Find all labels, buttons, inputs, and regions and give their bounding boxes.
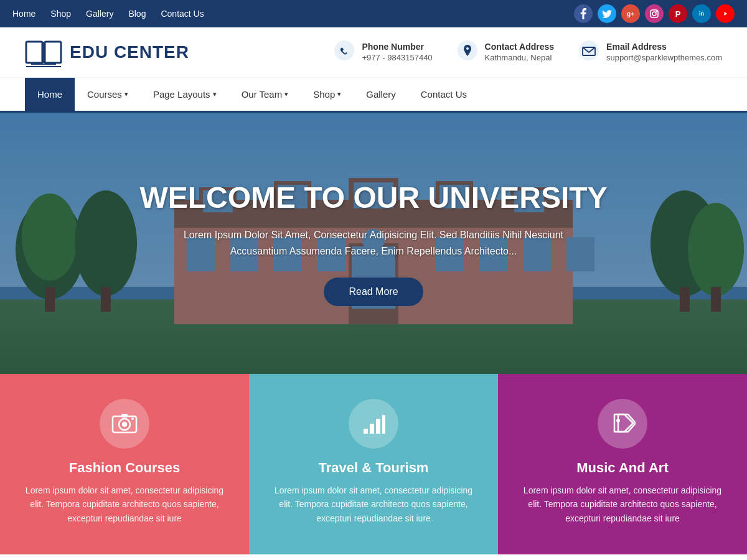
- read-more-button[interactable]: Read More: [324, 278, 423, 306]
- youtube-icon[interactable]: [716, 4, 735, 23]
- phone-contact: Phone Number +977 - 9843157440: [334, 40, 432, 65]
- logo-icon: [25, 37, 62, 68]
- phone-info: Phone Number +977 - 9843157440: [362, 42, 432, 63]
- nav-page-layouts[interactable]: Page Layouts ▾: [141, 78, 229, 111]
- header-contacts: Phone Number +977 - 9843157440 Contact A…: [334, 40, 722, 65]
- phone-icon: [334, 40, 354, 65]
- topnav-contact[interactable]: Contact Us: [161, 9, 204, 19]
- topnav-shop[interactable]: Shop: [50, 9, 71, 19]
- address-info: Contact Address Kathmandu, Nepal: [485, 42, 555, 63]
- hero-description: Lorem Ipsum Dolor Sit Amet, Consectetur …: [156, 227, 591, 259]
- travel-card: Travel & Tourism Lorem ipsum dolor sit a…: [249, 374, 498, 554]
- svg-rect-5: [26, 42, 42, 63]
- hero-content: WELCOME TO OUR UNIVERSITY Lorem Ipsum Do…: [127, 168, 619, 319]
- linkedin-icon[interactable]: in: [692, 4, 711, 23]
- svg-point-2: [656, 11, 657, 12]
- svg-rect-57: [376, 419, 380, 434]
- svg-point-10: [334, 40, 354, 60]
- svg-point-12: [579, 40, 599, 60]
- phone-value: +977 - 9843157440: [362, 53, 432, 62]
- address-contact: Contact Address Kathmandu, Nepal: [458, 40, 555, 65]
- email-icon: [579, 40, 599, 65]
- googleplus-icon[interactable]: g+: [621, 4, 640, 23]
- svg-rect-58: [382, 415, 385, 434]
- logo-text: EDU CENTER: [70, 42, 189, 62]
- nav-home[interactable]: Home: [25, 78, 75, 111]
- svg-rect-53: [121, 414, 128, 418]
- pinterest-icon[interactable]: P: [669, 4, 687, 23]
- top-nav: Home Shop Gallery Blog Contact Us: [12, 9, 204, 19]
- svg-rect-6: [45, 42, 61, 63]
- music-card-desc: Lorem ipsum dolor sit amet, consectetur …: [517, 483, 728, 525]
- main-nav: Home Courses ▾ Page Layouts ▾ Our Team ▾…: [0, 78, 747, 113]
- travel-card-title: Travel & Tourism: [319, 460, 429, 476]
- cards-section: Fashion Courses Lorem ipsum dolor sit am…: [0, 374, 747, 554]
- svg-point-59: [616, 419, 620, 422]
- topnav-home[interactable]: Home: [12, 9, 35, 19]
- svg-rect-56: [370, 424, 374, 434]
- music-card: Music And Art Lorem ipsum dolor sit amet…: [498, 374, 747, 554]
- topnav-blog[interactable]: Blog: [128, 9, 146, 19]
- hero-section: WELCOME TO OUR UNIVERSITY Lorem Ipsum Do…: [0, 113, 747, 374]
- instagram-icon[interactable]: [645, 4, 664, 23]
- twitter-icon[interactable]: [598, 4, 616, 23]
- fashion-courses-card: Fashion Courses Lorem ipsum dolor sit am…: [0, 374, 249, 554]
- email-contact: Email Address support@sparklewpthemes.co…: [579, 40, 722, 65]
- site-header: EDU CENTER Phone Number +977 - 984315744…: [0, 27, 747, 78]
- travel-card-desc: Lorem ipsum dolor sit amet, consectetur …: [268, 483, 479, 525]
- svg-point-1: [652, 12, 656, 16]
- music-icon-circle: [598, 399, 647, 449]
- location-icon: [458, 40, 477, 65]
- address-label: Contact Address: [485, 42, 555, 52]
- nav-gallery[interactable]: Gallery: [354, 78, 408, 111]
- address-value: Kathmandu, Nepal: [485, 53, 552, 62]
- email-label: Email Address: [606, 42, 722, 52]
- travel-icon-circle: [349, 399, 398, 449]
- nav-courses[interactable]: Courses ▾: [75, 78, 141, 111]
- fashion-card-desc: Lorem ipsum dolor sit amet, consectetur …: [19, 483, 230, 525]
- ourteam-chevron: ▾: [284, 90, 288, 98]
- nav-our-team[interactable]: Our Team ▾: [229, 78, 301, 111]
- top-bar: Home Shop Gallery Blog Contact Us g+ P i…: [0, 0, 747, 27]
- email-info: Email Address support@sparklewpthemes.co…: [606, 42, 722, 63]
- courses-chevron: ▾: [125, 90, 128, 98]
- svg-rect-55: [364, 429, 368, 434]
- nav-contact-us[interactable]: Contact Us: [408, 78, 479, 111]
- pagelayouts-chevron: ▾: [213, 90, 217, 98]
- social-icons: g+ P in: [574, 4, 735, 23]
- shop-chevron: ▾: [337, 90, 341, 98]
- facebook-icon[interactable]: [574, 4, 593, 23]
- svg-point-52: [122, 422, 127, 427]
- fashion-card-title: Fashion Courses: [69, 460, 180, 476]
- svg-point-54: [131, 418, 134, 420]
- nav-shop[interactable]: Shop ▾: [301, 78, 354, 111]
- phone-label: Phone Number: [362, 42, 432, 52]
- topnav-gallery[interactable]: Gallery: [86, 9, 113, 19]
- fashion-icon-circle: [100, 399, 149, 449]
- hero-title: WELCOME TO OUR UNIVERSITY: [139, 180, 607, 215]
- logo[interactable]: EDU CENTER: [25, 37, 189, 68]
- email-value: support@sparklewpthemes.com: [606, 53, 722, 62]
- music-card-title: Music And Art: [576, 460, 668, 476]
